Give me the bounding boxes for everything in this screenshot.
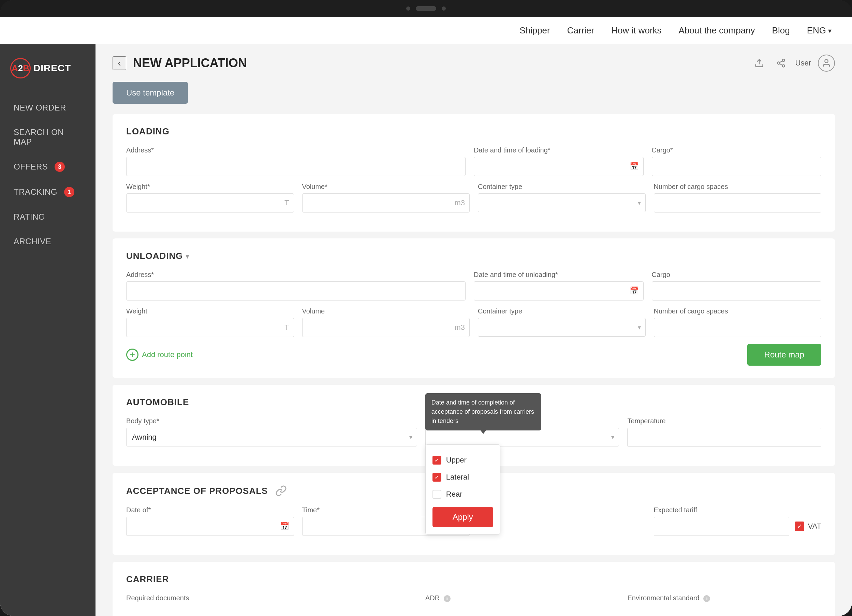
nav-blog[interactable]: Blog: [772, 25, 790, 36]
route-map-button[interactable]: Route map: [747, 344, 821, 365]
add-route-button[interactable]: + Add route point: [126, 349, 193, 361]
svg-point-2: [777, 62, 780, 65]
page-header: ‹ NEW APPLICATION User: [113, 54, 835, 72]
loading-spaces-input[interactable]: [654, 193, 822, 213]
loading-weight-label: Weight*: [126, 183, 294, 191]
unloading-weight-wrapper: T: [126, 318, 294, 337]
unloading-container-wrapper: ▾: [478, 318, 646, 337]
body-type-select[interactable]: Awning: [126, 428, 417, 447]
nav-carrier[interactable]: Carrier: [567, 25, 594, 36]
loading-method-select[interactable]: [425, 428, 619, 447]
sidebar-item-search-on-map[interactable]: SEARCH ON MAP: [0, 120, 95, 154]
temperature-group: Temperature: [627, 417, 821, 447]
unloading-container-select[interactable]: [478, 318, 646, 337]
method-rear[interactable]: Rear: [432, 486, 493, 503]
unloading-address-label: Address*: [126, 271, 465, 279]
carrier-title: CARRIER: [126, 574, 821, 584]
unloading-calendar-icon: 📅: [630, 287, 639, 295]
tariff-input[interactable]: [654, 517, 790, 536]
sidebar-item-tracking[interactable]: TRACKING 1: [0, 180, 95, 205]
unloading-address-input[interactable]: [126, 281, 465, 300]
nav-how-it-works[interactable]: How it works: [611, 25, 661, 36]
acceptance-spacer: [478, 506, 646, 536]
loading-section: LOADING Address* Date and time of loadin…: [113, 114, 835, 232]
carrier-docs-group: Required documents: [126, 594, 417, 605]
unloading-row-1: Address* Date and time of unloading* 📅 C…: [126, 271, 821, 300]
sidebar-item-new-order[interactable]: NEW ORDER: [0, 95, 95, 120]
export-icon[interactable]: [752, 56, 767, 71]
nav-about[interactable]: About the company: [679, 25, 755, 36]
nav-shipper[interactable]: Shipper: [520, 25, 550, 36]
adr-info-icon[interactable]: ℹ: [444, 595, 450, 602]
sidebar-item-offers[interactable]: OFFERS 3: [0, 154, 95, 180]
env-info-icon[interactable]: ℹ: [703, 595, 710, 602]
user-avatar[interactable]: [818, 54, 835, 72]
unloading-datetime-input[interactable]: [474, 281, 644, 300]
route-row: + Add route point Route map: [126, 344, 821, 365]
rear-checkbox[interactable]: [432, 490, 441, 499]
sidebar-item-rating[interactable]: RATING: [0, 205, 95, 229]
loading-volume-wrapper: m3: [302, 193, 470, 213]
unloading-cargo-group: Cargo: [652, 271, 822, 300]
svg-line-5: [780, 61, 783, 63]
temperature-input[interactable]: [627, 428, 821, 447]
method-upper[interactable]: ✓ Upper: [432, 451, 493, 469]
unloading-volume-input[interactable]: [302, 318, 470, 337]
temperature-label: Temperature: [627, 417, 821, 425]
unloading-row-2: Weight T Volume m3: [126, 307, 821, 337]
lang-selector[interactable]: ENG: [807, 25, 832, 36]
loading-datetime-input[interactable]: [474, 157, 644, 176]
loading-container-select[interactable]: [478, 193, 646, 212]
unloading-spaces-label: Number of cargo spaces: [654, 307, 822, 315]
tracking-badge: 1: [64, 187, 74, 197]
logo-area: A2B DIRECT: [0, 58, 95, 95]
loading-row-2: Weight* T Volume* m3: [126, 183, 821, 213]
loading-cargo-input[interactable]: [652, 157, 822, 176]
unloading-weight-group: Weight T: [126, 307, 294, 337]
share-icon[interactable]: [773, 56, 789, 71]
loading-datetime-group: Date and time of loading* 📅: [474, 146, 644, 176]
carrier-docs-label: Required documents: [126, 594, 417, 602]
loading-weight-input[interactable]: [126, 193, 294, 213]
loading-address-input[interactable]: [126, 157, 465, 176]
carrier-adr-group: ADR ℹ: [425, 594, 619, 605]
svg-point-1: [782, 59, 784, 61]
unloading-volume-group: Volume m3: [302, 307, 470, 337]
upper-checkbox[interactable]: ✓: [432, 456, 441, 465]
back-button[interactable]: ‹: [113, 56, 126, 70]
logo: A2B DIRECT: [10, 58, 85, 79]
acceptance-date-input[interactable]: [126, 517, 294, 536]
method-lateral[interactable]: ✓ Lateral: [432, 469, 493, 486]
unloading-datetime-wrapper: 📅: [474, 281, 644, 300]
main-content: ‹ NEW APPLICATION User: [95, 44, 852, 616]
main-layout: A2B DIRECT NEW ORDER SEARCH ON MAP OFFER…: [0, 44, 852, 616]
loading-volume-input[interactable]: [302, 193, 470, 213]
loading-method-wrapper: ▾: [425, 428, 619, 447]
acceptance-tariff-label: Expected tariff: [654, 506, 822, 514]
unloading-cargo-input[interactable]: [652, 281, 822, 300]
loading-cargo-label: Cargo*: [652, 146, 822, 154]
unloading-title: UNLOADING▾: [126, 251, 821, 261]
acceptance-link-icon[interactable]: [275, 485, 287, 497]
automobile-row-1: Body type* Awning ▾ Loading/unloading me…: [126, 417, 821, 447]
carrier-row-1: Required documents ADR ℹ Environmental s…: [126, 594, 821, 605]
vat-checkbox[interactable]: ✓: [795, 521, 804, 531]
unloading-weight-input[interactable]: [126, 318, 294, 337]
unloading-volume-wrapper: m3: [302, 318, 470, 337]
carrier-env-label: Environmental standard ℹ: [627, 594, 821, 602]
user-label: User: [795, 59, 811, 68]
device-top-bar: [0, 0, 852, 17]
apply-button[interactable]: Apply: [432, 507, 493, 527]
weight-unit: T: [284, 199, 289, 207]
page-title: NEW APPLICATION: [126, 56, 752, 70]
loading-volume-label: Volume*: [302, 183, 470, 191]
use-template-button[interactable]: Use template: [113, 82, 188, 104]
unloading-spaces-input[interactable]: [654, 318, 822, 337]
lateral-checkbox[interactable]: ✓: [432, 473, 441, 482]
loading-cargo-group: Cargo*: [652, 146, 822, 176]
svg-point-6: [825, 60, 828, 63]
loading-container-wrapper: ▾: [478, 193, 646, 212]
body-type-wrapper: Awning ▾: [126, 428, 417, 447]
device-dot-2: [442, 6, 446, 11]
sidebar-item-archive[interactable]: ARCHIVE: [0, 229, 95, 254]
